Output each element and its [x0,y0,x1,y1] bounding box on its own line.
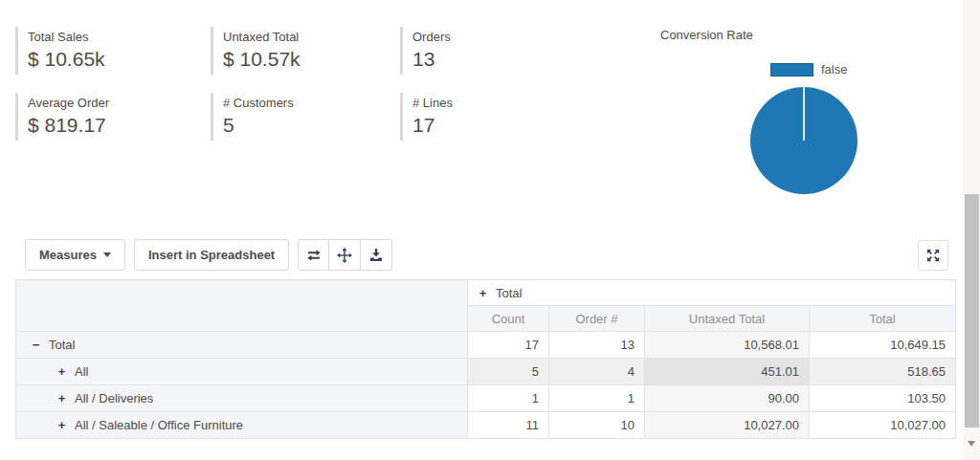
flip-axis-button[interactable] [298,239,329,271]
cell-total: 518.65 [810,359,956,385]
cell-count: 17 [468,332,549,359]
expand-all-icon [337,248,352,263]
kpi-label: # Customers [223,95,400,111]
table-row: +All 5 4 451.01 518.65 [16,359,956,385]
measures-button[interactable]: Measures [25,239,125,271]
table-row: −Total 17 13 10,568.01 10,649.15 [16,332,956,359]
pie-chart-conversion-rate[interactable] [750,87,858,194]
expand-plus-icon: + [56,364,68,379]
kpi-value: 13 [412,46,582,73]
kpi-card-untaxed-total: Untaxed Total $ 10.57k [211,27,400,75]
kpi-value: 5 [223,112,400,139]
fullscreen-button[interactable] [918,240,948,271]
pivot-toolbar: Measures Insert in Spreadsheet [25,239,392,271]
vertical-scrollbar[interactable] [964,0,980,460]
kpi-label: # Lines [412,95,582,111]
cell-untaxed-total: 90.00 [645,385,810,412]
kpi-card-orders: Orders 13 [400,27,582,75]
kpi-card-average-order: Average Order $ 819.17 [15,93,211,141]
kpi-card-total-sales: Total Sales $ 10.65k [15,27,211,75]
insert-button-label: Insert in Spreadsheet [148,248,275,262]
kpi-label: Orders [412,29,582,45]
row-header-total[interactable]: −Total [16,332,468,359]
column-group-label: Total [496,286,522,300]
cell-count: 1 [468,385,549,412]
cell-order: 13 [549,332,645,359]
pivot-icon-button-group [298,239,392,271]
kpi-value: $ 819.17 [28,112,211,139]
kpi-label: Total Sales [28,29,211,45]
measure-header-count[interactable]: Count [468,306,549,332]
kpi-card-lines: # Lines 17 [400,93,582,141]
kpi-value: $ 10.57k [223,46,400,73]
pie-slice-divider [803,87,805,141]
row-label: All / Saleable / Office Furniture [75,418,243,432]
table-row: +All / Saleable / Office Furniture 11 10… [16,412,956,439]
column-group-total[interactable]: +Total [468,280,956,306]
row-header-all[interactable]: +All [16,359,468,385]
row-label: Total [49,338,75,352]
measure-header-untaxed-total[interactable]: Untaxed Total [645,306,810,332]
chevron-down-icon [103,252,111,257]
download-icon [368,248,384,263]
expand-plus-icon: + [56,418,68,432]
kpi-card-customers: # Customers 5 [211,93,400,141]
expand-plus-icon: + [477,286,489,300]
cell-untaxed-total: 451.01 [645,359,810,385]
cell-total: 103.50 [810,385,956,412]
expand-all-button[interactable] [329,239,361,271]
kpi-label: Average Order [28,95,211,111]
measures-button-label: Measures [39,248,97,262]
measure-header-total[interactable]: Total [810,306,956,332]
cell-total: 10,649.15 [810,332,956,359]
pivot-table: +Total Count Order # Untaxed Total Total… [15,279,956,439]
scrollbar-down-arrow-icon[interactable] [968,441,975,447]
kpi-label: Untaxed Total [223,29,400,45]
legend-label: false [821,62,847,77]
fullscreen-arrows-icon [926,249,940,262]
expand-plus-icon: + [56,391,68,405]
row-label: All / Deliveries [75,391,153,405]
cell-order: 10 [549,412,645,439]
cell-order: 4 [549,359,645,385]
kpi-grid: Total Sales $ 10.65k Untaxed Total $ 10.… [15,27,582,141]
flip-axis-icon [306,248,322,263]
row-label: All [75,364,88,379]
measure-header-order[interactable]: Order # [549,306,645,332]
cell-untaxed-total: 10,027.00 [645,412,810,439]
scrollbar-thumb[interactable] [965,194,979,427]
cell-count: 5 [468,359,549,385]
table-row: +All / Deliveries 1 1 90.00 103.50 [16,385,956,412]
legend-swatch-false [770,63,813,77]
insert-in-spreadsheet-button[interactable]: Insert in Spreadsheet [134,239,289,271]
collapse-minus-icon: − [30,338,42,352]
row-header-all-deliveries[interactable]: +All / Deliveries [16,385,468,412]
kpi-value: 17 [412,112,582,139]
cell-order: 1 [549,385,645,412]
row-header-all-saleable-office-furniture[interactable]: +All / Saleable / Office Furniture [16,412,468,439]
download-button[interactable] [361,239,392,271]
cell-untaxed-total: 10,568.01 [645,332,810,359]
cell-total: 10,027.00 [810,412,956,439]
cell-count: 11 [468,412,549,439]
kpi-value: $ 10.65k [28,46,211,73]
pivot-corner-cell [16,280,468,332]
chart-legend-item[interactable]: false [770,62,847,77]
chart-title: Conversion Rate [660,28,753,42]
